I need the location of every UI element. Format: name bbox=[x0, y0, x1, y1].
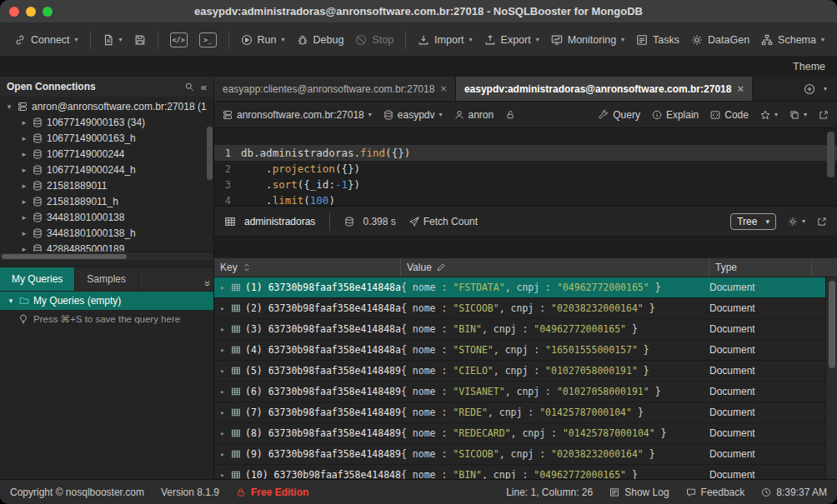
query-button[interactable]: Query bbox=[599, 109, 640, 121]
search-icon[interactable] bbox=[184, 82, 194, 92]
database-selector[interactable]: easypdv ▾ bbox=[383, 109, 443, 121]
stop-button[interactable]: Stop bbox=[349, 29, 399, 51]
view-mode-select[interactable]: Tree ▾ bbox=[730, 213, 776, 230]
column-header-key[interactable]: Key bbox=[214, 258, 401, 277]
expander-icon[interactable]: ▸ bbox=[20, 213, 28, 222]
expander-icon[interactable]: ▸ bbox=[218, 450, 227, 458]
expander-icon[interactable]: ▸ bbox=[20, 229, 28, 237]
feedback-button[interactable]: Feedback bbox=[686, 487, 745, 498]
tab-list-chevron-icon[interactable]: ▾ bbox=[824, 86, 827, 92]
scrollbar-thumb[interactable] bbox=[2, 254, 127, 259]
sidebar-database-item[interactable]: ▸21581889011 bbox=[0, 177, 213, 193]
code-button[interactable]: Code bbox=[710, 109, 749, 121]
explain-button[interactable]: Explain bbox=[652, 109, 699, 121]
column-header-type[interactable]: Type bbox=[709, 258, 812, 277]
monitoring-button[interactable]: Monitoring ▾ bbox=[545, 29, 630, 51]
column-header-value[interactable]: Value bbox=[401, 258, 709, 277]
sidebar-database-item[interactable]: ▸10677149000244 bbox=[0, 146, 213, 162]
open-file-button[interactable]: ▾ bbox=[97, 29, 128, 51]
save-button[interactable] bbox=[128, 29, 152, 51]
connection-root-item[interactable]: ▾ anron@anronsoftware.com.br:27018 (1 bbox=[0, 98, 213, 114]
editor-line[interactable]: 4 .limit(100) bbox=[214, 192, 837, 207]
edition-badge[interactable]: Free Edition bbox=[236, 487, 308, 498]
terminal-button[interactable]: >_ bbox=[193, 27, 223, 52]
expander-icon[interactable]: ▾ bbox=[5, 102, 13, 111]
sidebar-database-item[interactable]: ▸34481801000138 bbox=[0, 209, 213, 225]
favorites-button[interactable]: ▾ bbox=[760, 110, 778, 120]
editor-tab[interactable]: easyapp:clientes@anronsoftware.com.br:27… bbox=[214, 77, 456, 101]
expander-icon[interactable]: ▸ bbox=[218, 387, 227, 396]
expander-icon[interactable]: ▸ bbox=[218, 429, 227, 437]
result-row[interactable]: ▸(8) 63730b98faaf358e4148489c{ nome : "R… bbox=[214, 423, 837, 444]
mongo-shell-button[interactable]: </> bbox=[164, 27, 193, 52]
expander-icon[interactable]: ▸ bbox=[20, 118, 28, 127]
zoom-window-button[interactable] bbox=[43, 7, 53, 17]
expander-icon[interactable]: ▸ bbox=[218, 408, 227, 417]
run-button[interactable]: Run ▾ bbox=[235, 29, 291, 51]
close-tab-icon[interactable]: × bbox=[440, 82, 447, 95]
editor-scrollbar[interactable] bbox=[827, 132, 834, 177]
schema-button[interactable]: Schema ▾ bbox=[755, 29, 830, 51]
sidebar-database-item[interactable]: ▸10677149000163_h bbox=[0, 130, 213, 146]
close-tab-icon[interactable]: × bbox=[737, 82, 744, 95]
results-settings-button[interactable]: ▾ bbox=[788, 217, 805, 227]
sort-icon[interactable] bbox=[242, 262, 252, 272]
connect-button[interactable]: Connect ▾ bbox=[8, 29, 84, 51]
my-queries-folder[interactable]: ▾ My Queries (empty) bbox=[0, 292, 213, 310]
expander-icon[interactable]: ▸ bbox=[218, 283, 227, 292]
theme-button[interactable]: Theme bbox=[793, 61, 825, 72]
tab-samples[interactable]: Samples bbox=[75, 267, 138, 291]
tree-vertical-scrollbar[interactable] bbox=[207, 127, 213, 180]
show-log-button[interactable]: Show Log bbox=[609, 487, 669, 498]
results-scrollbar[interactable] bbox=[825, 277, 837, 479]
tasks-button[interactable]: Tasks bbox=[630, 29, 685, 51]
expander-icon[interactable]: ▸ bbox=[20, 182, 28, 190]
result-row[interactable]: ▸(4) 63730b98faaf358e414848a0{ nome : "S… bbox=[214, 340, 837, 361]
datagen-button[interactable]: DataGen bbox=[685, 29, 755, 51]
result-row[interactable]: ▸(5) 63730b98faaf358e4148489f{ nome : "C… bbox=[214, 361, 837, 382]
code-editor[interactable]: 1db.administradoras.find({})2 .projectio… bbox=[214, 128, 837, 207]
sidebar-database-item[interactable]: ▸10677149000244_h bbox=[0, 162, 213, 177]
minimize-window-button[interactable] bbox=[26, 7, 36, 17]
expander-icon[interactable]: ▸ bbox=[20, 150, 28, 158]
tree-horizontal-scrollbar[interactable] bbox=[0, 252, 213, 260]
export-button[interactable]: Export ▾ bbox=[479, 29, 545, 51]
maximize-results-icon[interactable] bbox=[817, 217, 827, 227]
scrollbar-thumb[interactable] bbox=[829, 281, 835, 368]
cursor-position[interactable]: Line: 1, Column: 26 bbox=[506, 487, 593, 498]
expander-icon[interactable]: ▾ bbox=[7, 297, 15, 305]
result-row[interactable]: ▸(10) 63730b98faaf358e4148489a{ nome : "… bbox=[214, 465, 837, 479]
result-row[interactable]: ▸(3) 63730b98faaf358e414848a1{ nome : "B… bbox=[214, 319, 837, 340]
expander-icon[interactable]: ▸ bbox=[218, 471, 227, 479]
result-row[interactable]: ▸(1) 63730b98faaf358e414848a3{ nome : "F… bbox=[214, 277, 837, 298]
sidebar-database-item[interactable]: ▸10677149000163 (34) bbox=[0, 114, 213, 130]
expander-icon[interactable]: ▸ bbox=[20, 166, 28, 174]
sidebar-database-item[interactable]: ▸34481801000138_h bbox=[0, 225, 213, 241]
editor-line[interactable]: 2 .projection({}) bbox=[214, 161, 837, 177]
import-button[interactable]: Import ▾ bbox=[412, 29, 478, 51]
result-row[interactable]: ▸(7) 63730b98faaf358e4148489d{ nome : "R… bbox=[214, 402, 837, 423]
result-row[interactable]: ▸(9) 63730b98faaf358e4148489b{ nome : "S… bbox=[214, 444, 837, 465]
snippets-button[interactable]: ▾ bbox=[789, 110, 807, 120]
close-window-button[interactable] bbox=[9, 7, 19, 17]
expander-icon[interactable]: ▸ bbox=[218, 367, 227, 375]
collapse-panel-icon[interactable]: « bbox=[200, 272, 213, 286]
debug-button[interactable]: Debug bbox=[291, 29, 350, 51]
editor-line[interactable]: 1db.administradoras.find({}) bbox=[214, 145, 837, 161]
collapse-sidebar-icon[interactable]: « bbox=[201, 82, 207, 92]
expander-icon[interactable]: ▸ bbox=[218, 325, 227, 333]
result-row[interactable]: ▸(6) 63730b98faaf358e4148489e{ nome : "V… bbox=[214, 382, 837, 402]
editor-line[interactable]: 3 .sort({_id:-1}) bbox=[214, 177, 837, 192]
fetch-count-button[interactable]: Fetch Count bbox=[409, 216, 478, 227]
editor-tab[interactable]: easypdv:administradoras@anronsoftware.co… bbox=[456, 77, 753, 101]
sidebar-database-item[interactable]: ▸21581889011_h bbox=[0, 193, 213, 209]
server-selector[interactable]: anronsoftware.com.br:27018 ▾ bbox=[223, 109, 372, 121]
expander-icon[interactable]: ▸ bbox=[20, 197, 28, 206]
tab-my-queries[interactable]: My Queries bbox=[0, 267, 75, 291]
result-row[interactable]: ▸(2) 63730b98faaf358e414848a2{ nome : "S… bbox=[214, 298, 837, 319]
open-in-new-window-icon[interactable] bbox=[819, 110, 829, 120]
expander-icon[interactable]: ▸ bbox=[218, 346, 227, 354]
expander-icon[interactable]: ▸ bbox=[20, 134, 28, 142]
unlock-icon[interactable] bbox=[505, 110, 515, 120]
expander-icon[interactable]: ▸ bbox=[218, 304, 227, 312]
